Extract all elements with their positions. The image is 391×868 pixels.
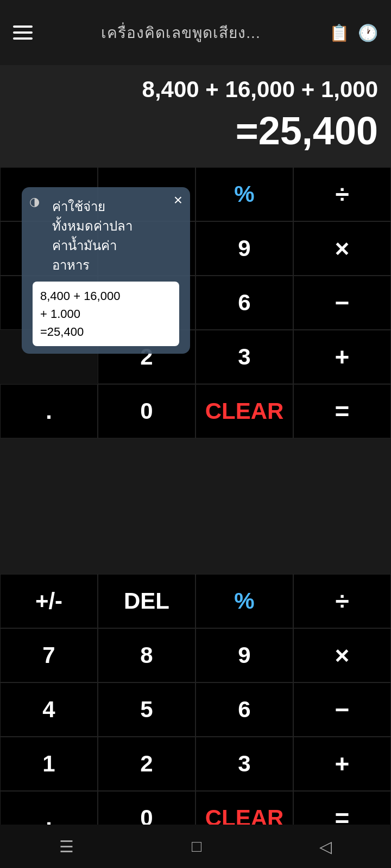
tooltip-contrast-icon: ◑ bbox=[29, 195, 40, 209]
tooltip-close-button[interactable]: × bbox=[174, 193, 182, 208]
middle-area bbox=[0, 438, 391, 574]
btn-plus-minus[interactable]: +/- bbox=[0, 574, 98, 628]
top-bar-icons: 📋 🕐 bbox=[329, 23, 378, 42]
menu-button[interactable] bbox=[13, 25, 33, 40]
tooltip-history-result: =25,400 bbox=[40, 323, 172, 341]
upper-btn-multiply-1[interactable]: × bbox=[293, 221, 391, 276]
btn-minus[interactable]: − bbox=[293, 682, 391, 737]
tooltip-history-expression: 8,400 + 16,000 + 1.000 bbox=[40, 287, 172, 323]
btn-divide[interactable]: ÷ bbox=[293, 574, 391, 628]
upper-btn-0-1[interactable]: 0 bbox=[98, 384, 195, 438]
upper-btn-percent-1[interactable]: % bbox=[195, 167, 293, 221]
tooltip-history: 8,400 + 16,000 + 1.000 =25,400 bbox=[33, 282, 179, 346]
expression-display: 8,400 + 16,000 + 1,000 bbox=[13, 76, 378, 103]
nav-home-icon[interactable]: □ bbox=[192, 837, 201, 856]
upper-btn-dot-1[interactable]: . bbox=[0, 384, 98, 438]
tooltip-text: ค่าใช้จ่าย ทั้งหมดค่าปลา ค่าน้ำมันค่า อา… bbox=[33, 197, 179, 275]
lower-calc-grid: +/- DEL % ÷ 7 8 9 × 4 5 6 − 1 2 3 + . 0 … bbox=[0, 574, 391, 845]
upper-btn-minus-1[interactable]: − bbox=[293, 276, 391, 330]
btn-2[interactable]: 2 bbox=[98, 737, 195, 791]
upper-btn-divide-1[interactable]: ÷ bbox=[293, 167, 391, 221]
btn-del[interactable]: DEL bbox=[98, 574, 195, 628]
btn-7[interactable]: 7 bbox=[0, 628, 98, 682]
upper-btn-9-1[interactable]: 9 bbox=[195, 221, 293, 276]
nav-menu-icon[interactable]: ☰ bbox=[59, 837, 74, 856]
btn-plus[interactable]: + bbox=[293, 737, 391, 791]
btn-percent[interactable]: % bbox=[195, 574, 293, 628]
nav-back-icon[interactable]: ◁ bbox=[319, 837, 332, 856]
upper-btn-plus-1[interactable]: + bbox=[293, 330, 391, 384]
upper-btn-clear-1[interactable]: CLEAR bbox=[195, 384, 293, 438]
upper-btn-6-1[interactable]: 6 bbox=[195, 276, 293, 330]
clock-icon[interactable]: 🕐 bbox=[358, 23, 378, 42]
app-title: เครื่องคิดเลขพูดเสียง... bbox=[33, 21, 329, 44]
btn-5[interactable]: 5 bbox=[98, 682, 195, 737]
btn-4[interactable]: 4 bbox=[0, 682, 98, 737]
display-area: 8,400 + 16,000 + 1,000 =25,400 bbox=[0, 65, 391, 167]
nav-bar: ☰ □ ◁ bbox=[0, 825, 391, 868]
btn-1[interactable]: 1 bbox=[0, 737, 98, 791]
tooltip-popup: ◑ × ค่าใช้จ่าย ทั้งหมดค่าปลา ค่าน้ำมันค่… bbox=[22, 187, 190, 354]
calendar-icon[interactable]: 📋 bbox=[329, 23, 349, 42]
btn-8[interactable]: 8 bbox=[98, 628, 195, 682]
top-bar: เครื่องคิดเลขพูดเสียง... 📋 🕐 bbox=[0, 0, 391, 65]
upper-btn-equals-1[interactable]: = bbox=[293, 384, 391, 438]
btn-6[interactable]: 6 bbox=[195, 682, 293, 737]
upper-btn-3-1[interactable]: 3 bbox=[195, 330, 293, 384]
result-display: =25,400 bbox=[13, 108, 378, 162]
lower-calculator: +/- DEL % ÷ 7 8 9 × 4 5 6 − 1 2 3 + . 0 … bbox=[0, 574, 391, 845]
btn-multiply[interactable]: × bbox=[293, 628, 391, 682]
btn-3[interactable]: 3 bbox=[195, 737, 293, 791]
btn-9[interactable]: 9 bbox=[195, 628, 293, 682]
